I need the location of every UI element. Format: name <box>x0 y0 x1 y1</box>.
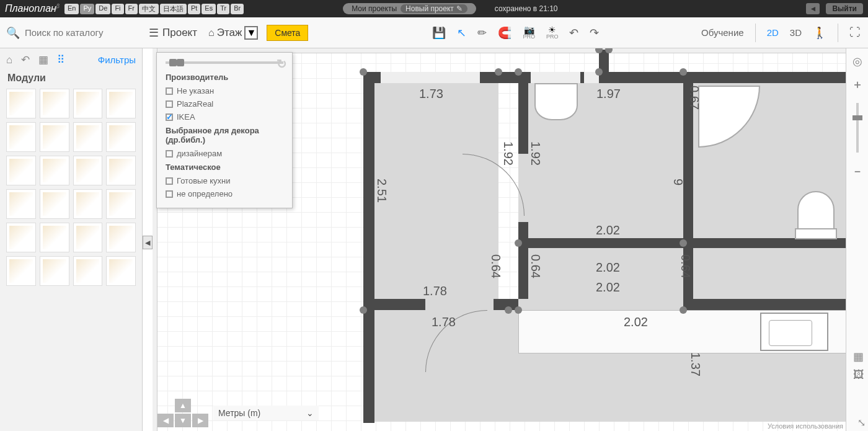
lang-日本語[interactable]: 日本語 <box>160 4 187 14</box>
wall-node[interactable] <box>495 68 502 76</box>
wall-node[interactable] <box>360 306 367 314</box>
door-opening[interactable] <box>425 299 494 310</box>
lang-en[interactable]: En <box>64 4 79 14</box>
module-thumbnail[interactable] <box>6 256 36 286</box>
resize-handle-icon[interactable]: ⤡ <box>857 417 866 429</box>
checkbox-icon[interactable] <box>166 113 173 121</box>
walk-mode[interactable]: 🚶 <box>813 26 826 40</box>
wall-node[interactable] <box>515 239 522 247</box>
learning-link[interactable]: Обучение <box>701 27 744 38</box>
view-3d-tab[interactable]: 3D <box>790 27 802 38</box>
menu-icon[interactable]: ☰ <box>149 26 159 40</box>
wall-node[interactable] <box>595 68 603 76</box>
grid-large-icon[interactable]: ▦ <box>38 53 48 66</box>
units-dropdown[interactable]: Метры (m)⌄ <box>213 406 319 420</box>
module-thumbnail[interactable] <box>40 89 69 118</box>
module-thumbnail[interactable] <box>73 256 103 286</box>
grid-options-icon[interactable]: ▦ <box>853 350 864 363</box>
filter-checkbox-item[interactable]: Не указан <box>157 84 292 97</box>
light-pro-tool[interactable]: ☀PRO <box>546 25 559 40</box>
zoom-in-button[interactable]: ＋ <box>852 77 863 92</box>
wall-node[interactable] <box>515 68 522 76</box>
zoom-out-button[interactable]: － <box>852 164 863 179</box>
filter-checkbox-item[interactable]: не определено <box>157 187 292 200</box>
camera-pro-tool[interactable]: 📷PRO <box>523 25 535 40</box>
checkbox-icon[interactable] <box>166 190 173 198</box>
search-input[interactable] <box>25 27 143 38</box>
wall-node[interactable] <box>680 306 687 314</box>
sidebar-collapse-handle[interactable]: ◀ <box>143 236 153 249</box>
project-breadcrumb[interactable]: Мои проекты Новый проект ✎ <box>343 3 476 14</box>
module-thumbnail[interactable] <box>73 189 103 219</box>
module-thumbnail[interactable] <box>40 189 69 219</box>
opening[interactable] <box>518 299 683 310</box>
checkbox-icon[interactable] <box>166 150 173 158</box>
window-opening[interactable] <box>531 72 580 83</box>
lang-中文[interactable]: 中文 <box>139 4 159 14</box>
lang-tr[interactable]: Tr <box>217 4 229 14</box>
catalog-search[interactable]: 🔍 <box>0 26 143 40</box>
share-button[interactable]: ◄ <box>806 3 820 14</box>
module-thumbnail[interactable] <box>6 122 36 152</box>
exit-button[interactable]: Выйти <box>826 3 863 14</box>
lang-de[interactable]: De <box>95 4 110 14</box>
save-icon[interactable]: 💾 <box>432 26 446 40</box>
zoom-slider[interactable] <box>856 103 859 153</box>
lang-pt[interactable]: Pt <box>188 4 200 14</box>
image-options-icon[interactable]: 🖼 <box>853 368 864 381</box>
lang-br[interactable]: Br <box>231 4 244 14</box>
module-thumbnail[interactable] <box>6 156 36 185</box>
home-nav-icon[interactable]: ⌂ <box>6 54 12 66</box>
module-thumbnail[interactable] <box>40 156 69 185</box>
checkbox-icon[interactable] <box>166 100 173 108</box>
module-thumbnail[interactable] <box>6 223 36 252</box>
project-menu[interactable]: Проект <box>162 27 197 39</box>
floor-menu[interactable]: Этаж <box>217 27 242 39</box>
fullscreen-button[interactable]: ⛶ <box>849 26 861 39</box>
room-5[interactable] <box>693 248 846 299</box>
module-thumbnail[interactable] <box>73 223 103 252</box>
pan-right-button[interactable]: ▶ <box>192 414 208 427</box>
undo-button[interactable]: ↶ <box>569 26 578 40</box>
checkbox-icon[interactable] <box>166 87 173 95</box>
kitchen-sink[interactable] <box>760 313 828 351</box>
module-thumbnail[interactable] <box>6 189 36 219</box>
pointer-tool[interactable]: ↖ <box>457 26 466 40</box>
module-thumbnail[interactable] <box>106 122 136 152</box>
floor-dropdown[interactable]: ▼ <box>244 26 258 40</box>
grid-small-icon[interactable]: ⠿ <box>57 53 64 66</box>
module-thumbnail[interactable] <box>6 89 36 118</box>
snap-tool[interactable]: 🧲 <box>498 26 512 40</box>
wall-node[interactable] <box>515 306 522 314</box>
module-thumbnail[interactable] <box>40 223 69 252</box>
pan-up-button[interactable]: ▲ <box>175 399 191 412</box>
module-thumbnail[interactable] <box>106 156 136 185</box>
my-projects-link[interactable]: Мои проекты <box>352 4 397 13</box>
lang-es[interactable]: Es <box>202 4 216 14</box>
module-thumbnail[interactable] <box>73 89 103 118</box>
module-thumbnail[interactable] <box>40 122 69 152</box>
module-thumbnail[interactable] <box>106 189 136 219</box>
redo-button[interactable]: ↷ <box>590 26 599 40</box>
checkbox-icon[interactable] <box>166 177 173 185</box>
module-thumbnail[interactable] <box>73 156 103 185</box>
wall-tool[interactable]: ✏ <box>477 26 487 40</box>
current-project-name[interactable]: Новый проект ✎ <box>401 4 467 13</box>
lang-fi[interactable]: Fi <box>112 4 123 14</box>
filter-checkbox-item[interactable]: PlazaReal <box>157 97 292 110</box>
pan-left-button[interactable]: ◀ <box>157 414 174 427</box>
filters-toggle[interactable]: Фильтры <box>98 55 136 65</box>
wall[interactable] <box>363 72 373 310</box>
back-nav-icon[interactable]: ↶ <box>21 53 30 66</box>
estimate-button[interactable]: Смета <box>267 25 308 41</box>
module-thumbnail[interactable] <box>73 122 103 152</box>
filter-slider[interactable] <box>157 58 292 70</box>
wall-node[interactable] <box>505 306 512 314</box>
terms-link[interactable]: Условия использования <box>768 422 843 430</box>
edit-icon[interactable]: ✎ <box>456 4 463 13</box>
wall-node[interactable] <box>680 68 687 76</box>
module-thumbnail[interactable] <box>106 89 136 118</box>
lang-ру[interactable]: Ру <box>80 4 94 14</box>
module-thumbnail[interactable] <box>106 256 136 286</box>
filter-checkbox-item[interactable]: дизайнерам <box>157 147 292 160</box>
